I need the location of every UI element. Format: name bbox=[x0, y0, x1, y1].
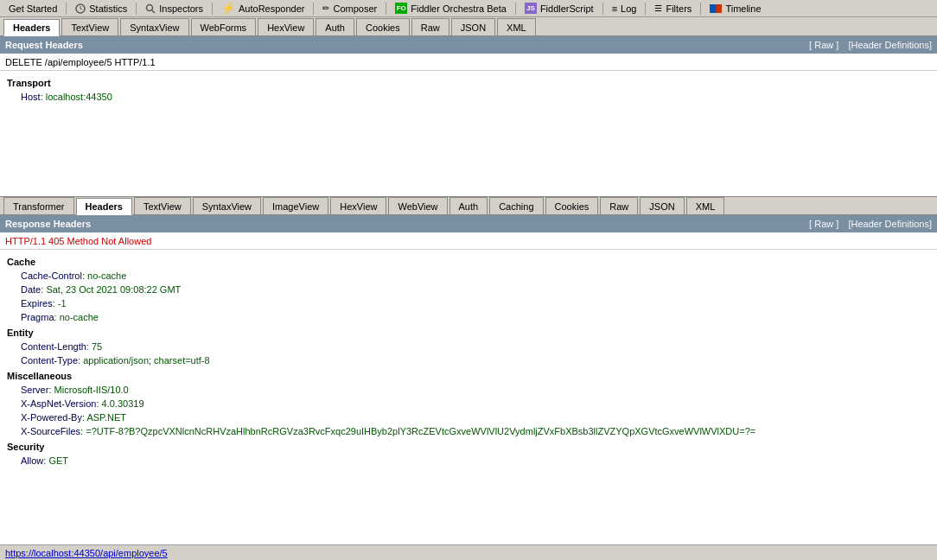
header-value: -1 bbox=[58, 298, 67, 309]
response-tab-hexview[interactable]: HexView bbox=[330, 197, 386, 214]
req-header-item: Host: localhost:44350 bbox=[7, 90, 930, 104]
response-def-link[interactable]: [Header Definitions] bbox=[848, 219, 932, 229]
res-header-item: Server: Microsoft-IIS/10.0 bbox=[7, 383, 930, 397]
response-tab-caching[interactable]: Caching bbox=[489, 197, 543, 214]
res-header-item: Content-Type: application/json; charset=… bbox=[7, 353, 930, 367]
response-tab-xml[interactable]: XML bbox=[686, 197, 725, 214]
svg-point-1 bbox=[147, 4, 153, 10]
request-tab-syntaxview[interactable]: SyntaxView bbox=[120, 18, 188, 35]
res-header-item: Content-Length: 75 bbox=[7, 340, 930, 353]
response-raw-link[interactable]: [ Raw ] bbox=[809, 219, 838, 229]
header-key: Cache-Control bbox=[21, 270, 82, 281]
response-tab-cookies[interactable]: Cookies bbox=[545, 197, 599, 214]
fo-icon: FO bbox=[395, 3, 407, 14]
header-value: Microsoft-IIS/10.0 bbox=[54, 385, 129, 395]
response-status-line: HTTP/1.1 405 Method Not Allowed bbox=[0, 232, 937, 250]
request-tabs-row: HeadersTextViewSyntaxViewWebFormsHexView… bbox=[0, 17, 937, 36]
request-tab-headers[interactable]: Headers bbox=[3, 19, 60, 36]
response-tab-webview[interactable]: WebView bbox=[388, 197, 447, 214]
log-icon: ≡ bbox=[612, 3, 617, 14]
response-tab-imageview[interactable]: ImageView bbox=[263, 197, 328, 214]
response-header-links: [ Raw ] [Header Definitions] bbox=[802, 219, 932, 229]
request-tab-cookies[interactable]: Cookies bbox=[356, 18, 410, 35]
request-tab-webforms[interactable]: WebForms bbox=[191, 18, 257, 35]
header-key: X-AspNet-Version bbox=[21, 398, 96, 409]
response-headers-section-header: Response Headers [ Raw ] [Header Definit… bbox=[0, 215, 937, 232]
res-header-item: X-SourceFiles: =?UTF-8?B?QzpcVXNlcnNcRHV… bbox=[7, 424, 930, 438]
res-header-item: X-Powered-By: ASP.NET bbox=[7, 410, 930, 424]
toolbar-separator-2 bbox=[136, 3, 137, 15]
toolbar-separator-6 bbox=[515, 3, 516, 15]
header-key: Content-Type bbox=[21, 355, 78, 366]
toolbar-get-started[interactable]: Get Started bbox=[3, 2, 62, 16]
response-tab-json[interactable]: JSON bbox=[640, 197, 684, 214]
toolbar-filters[interactable]: ☰ Filters bbox=[649, 2, 697, 16]
fiddlerscript-label: FiddlerScript bbox=[540, 3, 594, 14]
header-value: no-cache bbox=[87, 270, 126, 281]
response-section: TransformerHeadersTextViewSyntaxViewImag… bbox=[0, 196, 937, 544]
request-headers-content: TransportHost: localhost:44350 bbox=[0, 71, 937, 196]
response-tab-textview[interactable]: TextView bbox=[134, 197, 191, 214]
toolbar-log[interactable]: ≡ Log bbox=[607, 2, 642, 16]
timeline-label: Timeline bbox=[725, 3, 761, 14]
statusbar-url: https://localhost:44350/api/employee/5 bbox=[5, 548, 168, 558]
response-status-text: HTTP/1.1 405 Method Not Allowed bbox=[5, 236, 151, 246]
toolbar-timeline[interactable]: Timeline bbox=[704, 2, 766, 16]
res-header-item: Pragma: no-cache bbox=[7, 310, 930, 324]
response-tab-syntaxview[interactable]: SyntaxView bbox=[193, 197, 261, 214]
response-tab-headers[interactable]: Headers bbox=[76, 198, 132, 215]
inspectors-icon bbox=[145, 3, 156, 14]
filters-label: Filters bbox=[666, 3, 692, 14]
response-tab-transformer[interactable]: Transformer bbox=[3, 197, 74, 214]
toolbar-fiddler-orchestra[interactable]: FO Fiddler Orchestra Beta bbox=[390, 1, 512, 16]
get-started-label: Get Started bbox=[9, 3, 57, 14]
header-value: Sat, 23 Oct 2021 09:08:22 GMT bbox=[46, 284, 181, 295]
request-def-link[interactable]: [Header Definitions] bbox=[848, 40, 932, 50]
request-raw-link[interactable]: [ Raw ] bbox=[809, 40, 838, 50]
response-headers-content: CacheCache-Control: no-cacheDate: Sat, 2… bbox=[0, 250, 937, 544]
request-tab-auth[interactable]: Auth bbox=[316, 18, 354, 35]
toolbar-separator-5 bbox=[386, 3, 386, 15]
request-tab-json[interactable]: JSON bbox=[451, 18, 495, 35]
header-key: Pragma bbox=[21, 312, 54, 322]
toolbar-separator-7 bbox=[602, 3, 603, 15]
toolbar-separator-8 bbox=[645, 3, 646, 15]
res-section-title: Miscellaneous bbox=[7, 371, 930, 381]
composer-icon: ✏ bbox=[322, 3, 329, 13]
statusbar[interactable]: https://localhost:44350/api/employee/5 bbox=[0, 544, 937, 560]
request-tab-hexview[interactable]: HexView bbox=[258, 18, 314, 35]
response-tab-auth[interactable]: Auth bbox=[449, 197, 488, 214]
header-value: localhost:44350 bbox=[46, 92, 112, 102]
toolbar-separator-4 bbox=[313, 3, 314, 15]
res-header-item: Allow: GET bbox=[7, 454, 930, 468]
header-value: GET bbox=[48, 455, 68, 466]
res-header-item: Expires: -1 bbox=[7, 296, 930, 310]
request-tab-xml[interactable]: XML bbox=[497, 18, 536, 35]
filters-icon: ☰ bbox=[654, 3, 662, 13]
header-value: =?UTF-8?B?QzpcVXNlcnNcRHVzaHlhbnRcRGVza3… bbox=[86, 426, 755, 436]
toolbar-composer[interactable]: ✏ Composer bbox=[317, 2, 382, 16]
svg-line-2 bbox=[152, 10, 155, 13]
statistics-icon bbox=[75, 3, 86, 14]
toolbar-autoresponder[interactable]: ⚡ AutoResponder bbox=[216, 0, 309, 16]
fiddler-orchestra-label: Fiddler Orchestra Beta bbox=[411, 3, 507, 14]
response-tabs-row: TransformerHeadersTextViewSyntaxViewImag… bbox=[0, 196, 937, 215]
request-tab-textview[interactable]: TextView bbox=[61, 18, 118, 35]
log-label: Log bbox=[621, 3, 636, 14]
response-tab-raw[interactable]: Raw bbox=[600, 197, 638, 214]
res-header-item: Date: Sat, 23 Oct 2021 09:08:22 GMT bbox=[7, 283, 930, 296]
res-header-item: X-AspNet-Version: 4.0.30319 bbox=[7, 397, 930, 410]
request-tab-raw[interactable]: Raw bbox=[411, 18, 449, 35]
res-section-title: Security bbox=[7, 442, 930, 452]
res-header-item: Cache-Control: no-cache bbox=[7, 269, 930, 283]
header-key: Expires bbox=[21, 298, 53, 309]
toolbar-statistics[interactable]: Statistics bbox=[70, 2, 132, 16]
toolbar-fiddlerscript[interactable]: JS FiddlerScript bbox=[519, 1, 599, 16]
header-key: Date bbox=[21, 284, 41, 295]
header-value: no-cache bbox=[60, 312, 99, 322]
header-key: Host bbox=[21, 92, 41, 102]
header-key: Content-Length bbox=[21, 341, 86, 352]
toolbar-inspectors[interactable]: Inspectors bbox=[140, 2, 208, 16]
req-section-title: Transport bbox=[7, 78, 930, 88]
request-header-links: [ Raw ] [Header Definitions] bbox=[802, 40, 932, 50]
